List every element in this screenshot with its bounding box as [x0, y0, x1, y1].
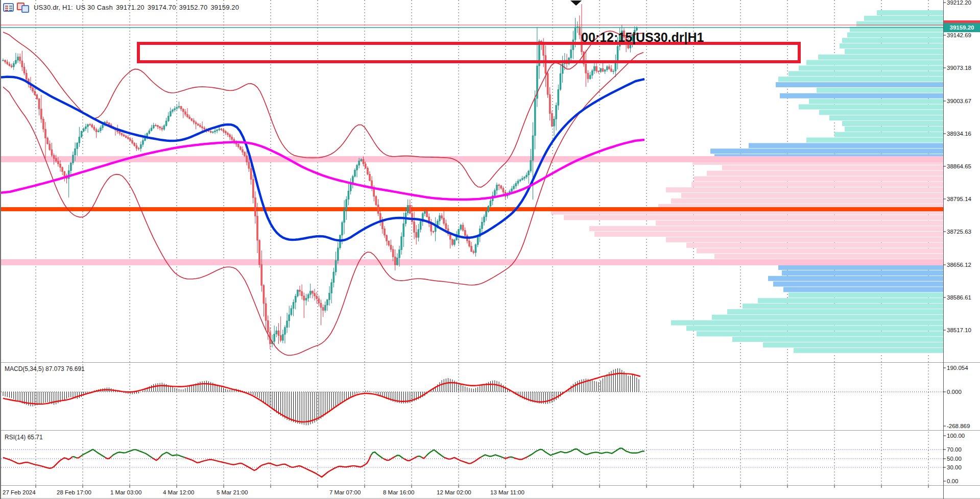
- time-axis-label: 12 Mar 02:00: [437, 489, 471, 495]
- symbol-description: US 30 Cash: [76, 4, 113, 11]
- volume-profile-row: [722, 165, 943, 170]
- volume-profile-row: [589, 226, 943, 231]
- ohlc-low: 39152.70: [179, 4, 208, 11]
- time-axis-label: 13 Mar 11:00: [490, 489, 524, 495]
- volume-profile-row: [819, 110, 943, 115]
- volume-profile-row: [656, 220, 943, 226]
- indicator-scale-label: 0.000: [947, 389, 962, 395]
- volume-profile-row: [806, 60, 943, 65]
- volume-profile-row: [840, 43, 943, 48]
- volume-profile-row: [564, 215, 943, 220]
- volume-profile-row: [799, 104, 943, 109]
- volume-profile-row: [845, 49, 943, 54]
- time-axis-label: 28 Feb 17:00: [57, 489, 91, 495]
- volume-profile-row: [864, 16, 943, 21]
- pink-band-upper: [1, 156, 943, 162]
- volume-profile-row: [856, 21, 943, 27]
- indicator-scale-label: -268.869: [947, 423, 970, 429]
- cascade-windows-icon[interactable]: [17, 3, 29, 12]
- ohlc-high: 39174.70: [148, 4, 176, 11]
- volume-profile-row: [799, 66, 943, 71]
- indicator-scale-label: 100.00: [947, 433, 965, 439]
- volume-profile-row: [743, 304, 943, 309]
- time-axis-label: 27 Feb 2024: [3, 489, 36, 495]
- rsi-indicator-label: RSI(14) 65.71: [5, 434, 43, 441]
- volume-profile-row: [671, 198, 943, 204]
- indicator-scale-label: 0.00: [947, 478, 958, 484]
- volume-profile-row: [783, 287, 943, 292]
- volume-profile-row: [788, 71, 943, 76]
- price-axis-label: 39142.69: [947, 32, 971, 38]
- volume-profile-row: [780, 93, 943, 98]
- ohlc-open: 39171.20: [116, 4, 145, 11]
- volume-profile-row: [842, 38, 943, 43]
- macd-indicator-label: MACD(5,34,5) 87.073 76.691: [5, 365, 85, 372]
- volume-profile-row: [834, 132, 943, 137]
- volume-profile-row: [697, 331, 943, 336]
- price-axis-label: 38586.61: [947, 294, 971, 301]
- volume-profile-row: [818, 55, 943, 60]
- volume-profile-row: [817, 88, 943, 93]
- time-axis-label: 5 Mar 21:00: [217, 489, 248, 495]
- pink-band-lower: [1, 259, 943, 265]
- volume-profile-row: [763, 342, 943, 347]
- volume-profile-row: [727, 309, 943, 314]
- price-axis-label: 39212.20: [947, 0, 971, 6]
- volume-profile-row: [686, 243, 943, 248]
- volume-profile-row: [782, 270, 943, 276]
- indicator-scale-label: 190.054: [947, 365, 968, 371]
- ohlc-close: 39159.20: [210, 4, 239, 11]
- volume-profile-row: [666, 187, 943, 192]
- volume-profile-row: [829, 115, 943, 120]
- current-price-badge: 39159.20: [944, 23, 980, 32]
- charts-list-icon[interactable]: [3, 3, 14, 12]
- price-axis-label: 38725.63: [947, 229, 971, 235]
- volume-profile-row: [778, 265, 943, 270]
- volume-profile-row: [681, 193, 943, 198]
- volume-profile-row: [806, 138, 943, 143]
- price-axis-label: 38934.16: [947, 131, 971, 137]
- volume-profile-row: [707, 171, 943, 176]
- timer-callout-label[interactable]: 00:12:15|US30.dr|H1: [581, 30, 704, 45]
- trading-chart-window: 39212.2039142.6939073.1839003.6738934.16…: [0, 0, 980, 499]
- time-axis-label: 1 Mar 03:00: [110, 489, 141, 495]
- price-axis-label: 39003.67: [947, 98, 971, 104]
- volume-profile-row: [671, 320, 943, 326]
- price-axis-label: 39073.18: [947, 65, 971, 71]
- volume-profile-row: [714, 254, 943, 259]
- price-axis-label: 38656.12: [947, 262, 971, 268]
- volume-profile-row: [691, 182, 943, 187]
- time-axis-label: 8 Mar 16:00: [383, 489, 414, 495]
- indicator-scale-label: 70.00: [947, 446, 962, 453]
- volume-profile-row: [776, 82, 943, 87]
- volume-profile-row: [809, 99, 943, 104]
- orange-support-line[interactable]: [1, 207, 943, 211]
- volume-profile-row: [842, 121, 943, 126]
- volume-profile-row: [845, 127, 943, 132]
- chart-canvas[interactable]: 39212.2039142.6939073.1839003.6738934.16…: [1, 0, 980, 499]
- time-axis-label: 7 Mar 07:00: [329, 489, 361, 495]
- volume-profile-row: [710, 148, 943, 154]
- volume-profile-row: [712, 315, 943, 320]
- time-axis-label: 4 Mar 12:00: [163, 489, 194, 495]
- price-axis-label: 38517.10: [947, 327, 971, 333]
- volume-profile-row: [794, 348, 943, 353]
- volume-profile-row: [694, 177, 943, 182]
- price-axis-label: 38795.14: [947, 196, 972, 202]
- volume-profile-row: [666, 237, 943, 242]
- price-axis-label: 38864.65: [947, 163, 971, 169]
- symbol-ohlc-line: US30.dr, H1:US 30 Cash39171.2039174.7039…: [34, 4, 242, 11]
- volume-profile-row: [768, 276, 943, 281]
- volume-profile-row: [773, 282, 943, 287]
- volume-profile-row: [758, 298, 943, 303]
- volume-profile-row: [788, 292, 943, 297]
- volume-profile-row: [778, 77, 943, 82]
- volume-profile-row: [847, 32, 943, 37]
- chart-header: US30.dr, H1:US 30 Cash39171.2039174.7039…: [3, 2, 242, 13]
- indicator-scale-label: 30.00: [947, 464, 962, 470]
- volume-profile-row: [594, 232, 943, 237]
- volume-profile-row: [732, 337, 943, 342]
- volume-profile-row: [877, 10, 943, 15]
- indicator-scale-label: 50.00: [947, 456, 962, 462]
- volume-profile-row: [686, 326, 943, 331]
